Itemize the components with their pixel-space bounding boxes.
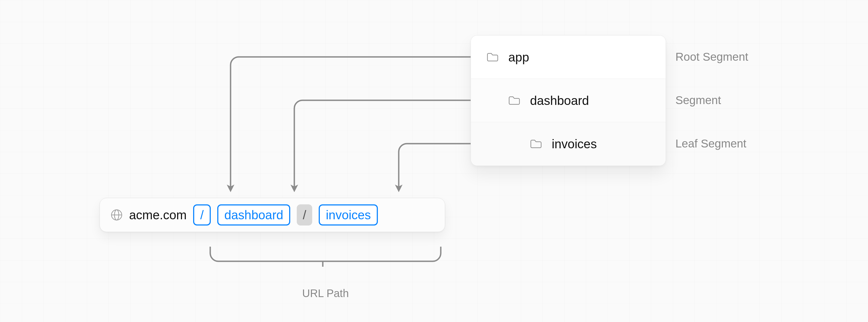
url-bar: acme.com / dashboard / invoices xyxy=(99,198,445,232)
folder-icon xyxy=(487,52,499,62)
folder-name: app xyxy=(508,50,529,65)
folder-icon xyxy=(508,96,520,105)
url-path-caption: URL Path xyxy=(206,287,445,299)
folder-row-dashboard: dashboard xyxy=(471,79,665,122)
folder-row-app: app xyxy=(471,35,665,79)
folder-name: dashboard xyxy=(530,93,589,108)
folder-tree: app dashboard invoices xyxy=(471,35,666,166)
segment-type-leaf: Leaf Segment xyxy=(675,122,811,165)
folder-name: invoices xyxy=(552,137,597,151)
globe-icon xyxy=(111,209,123,221)
segment-type-segment: Segment xyxy=(675,78,811,122)
segment-type-labels: Root Segment Segment Leaf Segment xyxy=(675,35,811,165)
url-slash-1: / xyxy=(193,204,211,226)
url-domain: acme.com xyxy=(129,207,187,222)
folder-icon xyxy=(530,139,542,149)
segment-type-root: Root Segment xyxy=(675,35,811,78)
url-slash-2: / xyxy=(297,204,312,226)
url-segment-dashboard: dashboard xyxy=(217,204,290,226)
url-segment-invoices: invoices xyxy=(319,204,378,226)
folder-row-invoices: invoices xyxy=(471,122,665,166)
